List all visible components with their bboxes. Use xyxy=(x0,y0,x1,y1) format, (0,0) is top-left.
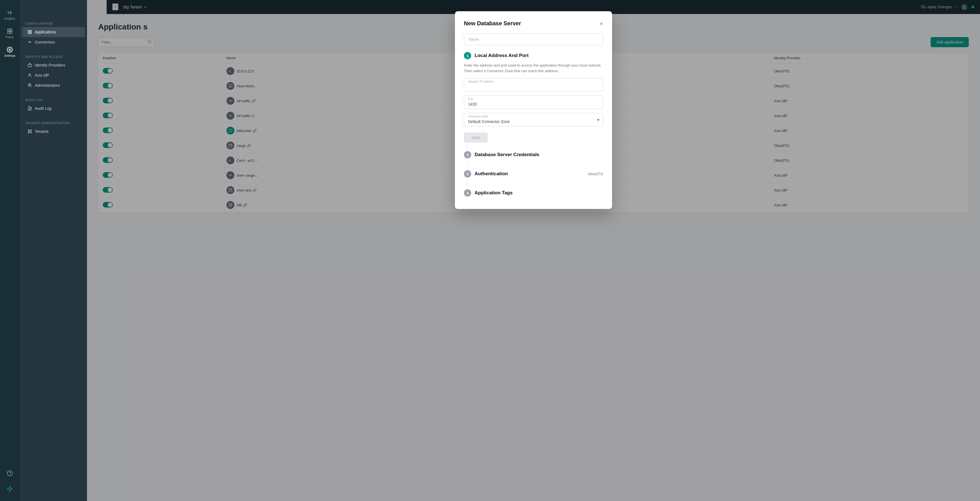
port-input-wrap: Port xyxy=(464,96,603,109)
modal-title: New Database Server xyxy=(464,20,521,27)
nav-item-settings[interactable]: Settings xyxy=(0,43,20,61)
domain-field: Domain / IP address xyxy=(464,78,603,91)
sidebar-label-axis-idp: Axis IdP xyxy=(35,73,49,78)
nav-graph-button[interactable] xyxy=(0,482,20,495)
svg-point-23 xyxy=(29,84,30,85)
port-field: Port xyxy=(464,96,603,109)
svg-rect-3 xyxy=(10,32,12,34)
config-section-label: Configuration xyxy=(20,17,87,27)
svg-rect-14 xyxy=(28,30,29,32)
sidebar-item-administrators[interactable]: Administrators xyxy=(22,80,85,91)
svg-rect-16 xyxy=(28,32,29,34)
step-connector-1-2 xyxy=(467,143,468,148)
svg-point-9 xyxy=(9,490,10,491)
port-label: Port xyxy=(468,97,473,101)
svg-rect-1 xyxy=(10,29,12,31)
nav-help-button[interactable] xyxy=(0,467,20,480)
sidebar-label-connectors: Connectors xyxy=(35,40,55,45)
modal-header: New Database Server × xyxy=(464,20,603,27)
domain-input-wrap: Domain / IP address xyxy=(464,78,603,91)
step-connector-3-4 xyxy=(467,181,468,187)
svg-rect-0 xyxy=(8,29,10,31)
svg-point-28 xyxy=(30,130,32,131)
svg-rect-21 xyxy=(28,64,32,67)
step-3-section: 3 Authentication OktaSTG xyxy=(464,170,603,177)
step-1-header: 1 Local Address And Port xyxy=(464,52,603,59)
sidebar: Configuration Applications Connectors Id… xyxy=(20,0,87,501)
step-2-title: Database Server Credentials xyxy=(474,152,539,158)
svg-point-22 xyxy=(29,74,30,75)
connector-zone-select[interactable]: Default Connector Zone sviry-zone Seoul … xyxy=(464,113,603,126)
svg-point-18 xyxy=(29,41,30,43)
svg-rect-15 xyxy=(30,30,32,32)
domain-label: Domain / IP address xyxy=(468,80,493,83)
svg-point-26 xyxy=(29,131,30,132)
step-1-section: 1 Local Address And Port Enter the addre… xyxy=(464,52,603,143)
sidebar-item-applications[interactable]: Applications xyxy=(22,27,85,37)
step-3-header: 3 Authentication OktaSTG xyxy=(464,170,603,177)
new-database-server-modal: New Database Server × 1 Local Address An… xyxy=(455,11,612,209)
sidebar-label-identity-providers: Identity Providers xyxy=(35,63,65,67)
step-4-header: 4 Application Tags xyxy=(464,189,603,196)
identity-section-label: Identity and access xyxy=(20,50,87,60)
nav-item-insights[interactable]: Insights xyxy=(0,6,20,24)
step-4-title: Application Tags xyxy=(474,190,513,196)
step-4-section: 4 Application Tags xyxy=(464,189,603,196)
modal-overlay: New Database Server × 1 Local Address An… xyxy=(87,0,980,501)
svg-point-30 xyxy=(30,132,32,133)
step-1-title: Local Address And Port xyxy=(474,53,528,58)
step-3-title: Authentication xyxy=(474,171,508,177)
sidebar-item-audit-log[interactable]: Audit Log xyxy=(22,103,85,113)
audit-section-label: Audit Log xyxy=(20,93,87,103)
step-2-section: 2 Database Server Credentials xyxy=(464,151,603,158)
icon-nav: Insights Policy Settings xyxy=(0,0,20,501)
next-button[interactable]: Next xyxy=(464,132,488,143)
sidebar-label-applications: Applications xyxy=(35,30,56,34)
svg-point-8 xyxy=(11,488,12,490)
svg-point-29 xyxy=(28,132,29,133)
tenants-section-label: Tenants administration xyxy=(20,116,87,126)
svg-rect-17 xyxy=(30,32,32,34)
svg-point-27 xyxy=(28,130,29,131)
sidebar-item-connectors[interactable]: Connectors xyxy=(22,37,85,47)
step-4-badge: 4 xyxy=(464,189,471,196)
svg-point-4 xyxy=(9,49,11,51)
icon-nav-bottom xyxy=(0,467,20,501)
sidebar-item-tenants[interactable]: Tenants xyxy=(22,126,85,137)
modal-close-button[interactable]: × xyxy=(600,21,603,26)
step-connector-2-3 xyxy=(467,162,468,168)
step-3-right-text: OktaSTG xyxy=(588,172,603,176)
sidebar-label-audit-log: Audit Log xyxy=(35,106,51,111)
step-2-badge: 2 xyxy=(464,151,471,158)
svg-point-7 xyxy=(9,487,10,488)
svg-point-6 xyxy=(8,488,9,490)
sidebar-label-administrators: Administrators xyxy=(35,83,60,88)
port-input[interactable] xyxy=(464,96,603,108)
sidebar-item-axis-idp[interactable]: Axis IdP xyxy=(22,70,85,80)
step-1-badge: 1 xyxy=(464,52,471,59)
sidebar-label-tenants: Tenants xyxy=(35,129,49,134)
name-input[interactable] xyxy=(464,34,603,45)
nav-item-policy[interactable]: Policy xyxy=(0,24,20,43)
step-1-description: Enter the address and port used to acces… xyxy=(464,62,603,73)
main-content: Stg Tenant Apply Changes xyxy=(87,0,980,501)
svg-rect-2 xyxy=(8,32,10,34)
step-2-header: 2 Database Server Credentials xyxy=(464,151,603,158)
connector-zone-select-wrap: Connector zone Default Connector Zone sv… xyxy=(464,113,603,126)
step-3-badge: 3 xyxy=(464,170,471,177)
sidebar-item-identity-providers[interactable]: Identity Providers xyxy=(22,60,85,70)
connector-zone-field: Connector zone Default Connector Zone sv… xyxy=(464,113,603,126)
